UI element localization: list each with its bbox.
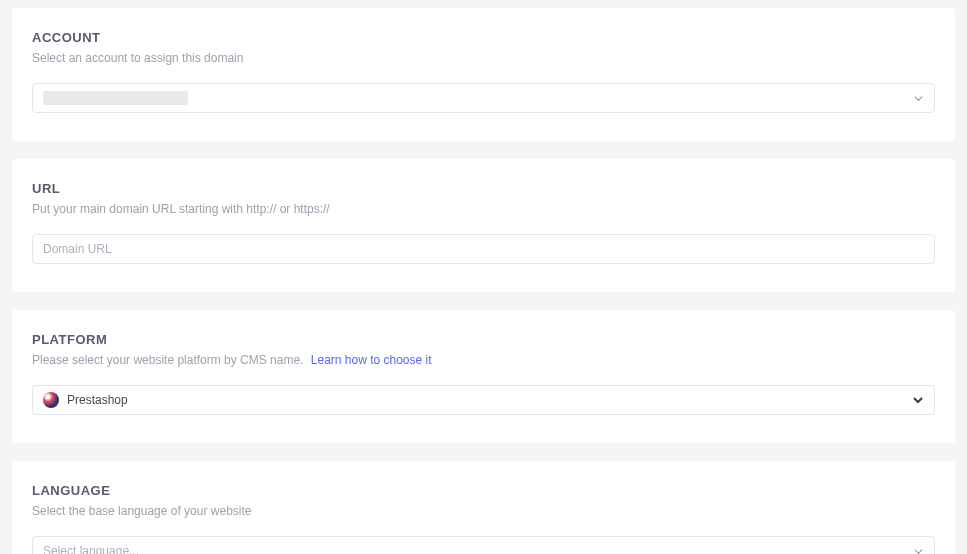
language-placeholder: Select language...	[43, 544, 139, 554]
url-description: Put your main domain URL starting with h…	[32, 202, 935, 216]
domain-url-placeholder: Domain URL	[43, 242, 112, 256]
account-card: ACCOUNT Select an account to assign this…	[12, 8, 955, 141]
platform-card: PLATFORM Please select your website plat…	[12, 310, 955, 443]
language-card: LANGUAGE Select the base language of you…	[12, 461, 955, 554]
account-selected-value-redacted	[43, 91, 188, 105]
platform-title: PLATFORM	[32, 332, 935, 347]
prestashop-icon	[43, 392, 59, 408]
platform-description-text: Please select your website platform by C…	[32, 353, 303, 367]
chevron-down-icon	[913, 546, 924, 555]
language-description: Select the base language of your website	[32, 504, 935, 518]
url-card: URL Put your main domain URL starting wi…	[12, 159, 955, 292]
account-description: Select an account to assign this domain	[32, 51, 935, 65]
platform-selected-value: Prestashop	[67, 393, 128, 407]
account-title: ACCOUNT	[32, 30, 935, 45]
platform-description: Please select your website platform by C…	[32, 353, 935, 367]
platform-learn-link[interactable]: Learn how to choose it	[311, 353, 432, 367]
chevron-down-icon	[912, 394, 924, 406]
url-title: URL	[32, 181, 935, 196]
platform-select[interactable]: Prestashop	[32, 385, 935, 415]
language-select[interactable]: Select language...	[32, 536, 935, 554]
language-title: LANGUAGE	[32, 483, 935, 498]
chevron-down-icon	[913, 93, 924, 104]
domain-url-input[interactable]: Domain URL	[32, 234, 935, 264]
account-select[interactable]	[32, 83, 935, 113]
